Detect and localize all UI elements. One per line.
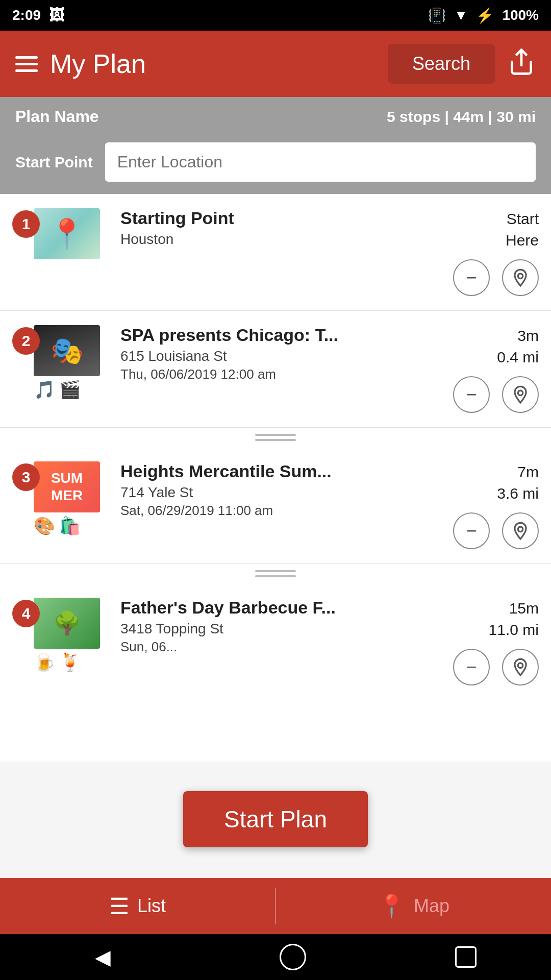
stop-meta-1: StartHere −	[453, 208, 539, 296]
stop-datetime-2: Thu, 06/06/2019 12:00 am	[120, 366, 445, 382]
stop-thumbnail-2: 🎭 🎵 🎬	[34, 325, 100, 386]
location-input[interactable]	[105, 142, 536, 182]
shopping-icon: 🛍️	[59, 516, 81, 536]
locate-stop-4-button[interactable]	[502, 649, 539, 685]
stops-list-wrapper: 1 📍 Starting Point Houston StartHere −	[0, 194, 551, 878]
svg-point-4	[518, 663, 523, 668]
stop-icons-4: 🍺 🍹	[34, 652, 100, 672]
photo-icon: 🖼	[49, 7, 64, 24]
stop-meta-2: 3m0.4 mi −	[453, 325, 539, 413]
list-icon: ☰	[109, 893, 129, 919]
status-bar: 2:09 🖼 📳 ▼ ⚡ 100%	[0, 0, 551, 31]
stop-number-2: 2	[12, 327, 40, 355]
stop-info-4: Father's Day Barbecue F... 3418 Topping …	[120, 598, 445, 655]
plan-info-bar: Plan Name 5 stops | 44m | 30 mi	[0, 97, 551, 136]
tab-map-label: Map	[414, 895, 449, 917]
stop-actions-4: −	[453, 649, 539, 685]
home-button[interactable]	[280, 944, 306, 970]
search-button[interactable]: Search	[388, 44, 495, 84]
vibrate-icon: 📳	[428, 7, 446, 24]
list-item: 3 SUMMER 🎨 🛍️ Heights Mercantile Sum... …	[0, 447, 551, 564]
locate-stop-2-button[interactable]	[502, 376, 539, 413]
stop-title-2: SPA presents Chicago: T...	[120, 325, 445, 345]
stop-actions-3: −	[453, 512, 539, 549]
stop-thumbnail-3: SUMMER 🎨 🛍️	[34, 461, 100, 523]
bottom-tab-bar: ☰ List 📍 Map	[0, 878, 551, 934]
drag-handle-3[interactable]	[0, 564, 551, 583]
recents-button[interactable]	[455, 946, 477, 968]
stop-distance-3: 7m3.6 mi	[497, 461, 539, 504]
stop-info-1: Starting Point Houston	[120, 208, 445, 248]
stop-datetime-4: Sun, 06...	[120, 639, 445, 655]
tab-list-label: List	[137, 895, 166, 917]
start-point-row: Start Point	[0, 136, 551, 194]
stop-actions-2: −	[453, 376, 539, 413]
stop-info-2: SPA presents Chicago: T... 615 Louisiana…	[120, 325, 445, 382]
back-button[interactable]: ◀	[74, 940, 131, 974]
remove-stop-4-button[interactable]: −	[453, 649, 490, 685]
battery-icon: ⚡	[476, 7, 494, 24]
list-item: 2 🎭 🎵 🎬 SPA presents Chicago: T... 615 L…	[0, 311, 551, 428]
svg-point-2	[518, 390, 523, 396]
bottom-spacer	[0, 700, 551, 762]
stop-address-4: 3418 Topping St	[120, 621, 445, 637]
stop-address-1: Houston	[120, 231, 445, 248]
stop-actions-1: −	[453, 259, 539, 296]
plan-stats: 5 stops | 44m | 30 mi	[387, 108, 536, 126]
drag-handle-2[interactable]	[0, 428, 551, 447]
tab-list[interactable]: ☰ List	[0, 878, 275, 934]
cocktail-icon: 🍹	[59, 652, 81, 672]
status-bar-right: 📳 ▼ ⚡ 100%	[428, 7, 539, 24]
stop-title-4: Father's Day Barbecue F...	[120, 598, 445, 618]
film-icon: 🎬	[59, 379, 81, 400]
list-item: 1 📍 Starting Point Houston StartHere −	[0, 194, 551, 311]
stop-distance-2: 3m0.4 mi	[497, 325, 539, 368]
stop-thumbnail-1: 📍	[34, 208, 100, 270]
status-bar-left: 2:09 🖼	[12, 7, 64, 24]
svg-point-3	[518, 527, 523, 532]
event-image-4: 🌳	[34, 598, 100, 649]
time-display: 2:09	[12, 7, 41, 23]
map-pin-icon: 📍	[49, 219, 85, 248]
start-plan-button[interactable]: Start Plan	[183, 791, 368, 847]
locate-stop-3-button[interactable]	[502, 512, 539, 549]
remove-stop-3-button[interactable]: −	[453, 512, 490, 549]
event-image-2: 🎭	[34, 325, 100, 376]
battery-percent: 100%	[502, 7, 539, 23]
stop-meta-3: 7m3.6 mi −	[453, 461, 539, 549]
menu-button[interactable]	[15, 56, 38, 72]
wifi-icon: ▼	[454, 7, 468, 23]
start-here-label: StartHere	[506, 208, 539, 251]
stop-datetime-3: Sat, 06/29/2019 11:00 am	[120, 503, 445, 519]
stop-title-3: Heights Mercantile Sum...	[120, 461, 445, 481]
stop-icons-3: 🎨 🛍️	[34, 516, 100, 536]
page-title: My Plan	[50, 48, 375, 79]
tab-map[interactable]: 📍 Map	[276, 878, 551, 934]
remove-stop-2-button[interactable]: −	[453, 376, 490, 413]
stops-list: 1 📍 Starting Point Houston StartHere −	[0, 194, 551, 762]
event-image-3: SUMMER	[34, 461, 100, 512]
list-item: 4 🌳 🍺 🍹 Father's Day Barbecue F... 3418 …	[0, 583, 551, 700]
header: My Plan Search	[0, 31, 551, 97]
music-icon: 🎵	[34, 379, 55, 400]
stop-title-1: Starting Point	[120, 208, 445, 228]
stop-distance-4: 15m11.0 mi	[489, 598, 539, 641]
plan-name-label: Plan Name	[15, 107, 99, 126]
stop-address-3: 714 Yale St	[120, 484, 445, 501]
art-icon: 🎨	[34, 516, 55, 536]
start-plan-overlay: Start Plan	[183, 791, 368, 847]
stop-number-4: 4	[12, 600, 40, 627]
stop-meta-4: 15m11.0 mi −	[453, 598, 539, 685]
svg-point-1	[518, 274, 523, 279]
map-icon: 📍	[378, 893, 406, 919]
stop-number-1: 1	[12, 210, 40, 238]
remove-stop-1-button[interactable]: −	[453, 259, 490, 296]
stop-thumbnail-4: 🌳 🍺 🍹	[34, 598, 100, 659]
stop-number-3: 3	[12, 463, 40, 491]
start-point-label: Start Point	[15, 154, 93, 171]
stop-address-2: 615 Louisiana St	[120, 348, 445, 364]
android-nav-bar: ◀	[0, 934, 551, 980]
share-icon[interactable]	[507, 47, 536, 80]
locate-stop-1-button[interactable]	[502, 259, 539, 296]
stop-icons-2: 🎵 🎬	[34, 379, 100, 400]
